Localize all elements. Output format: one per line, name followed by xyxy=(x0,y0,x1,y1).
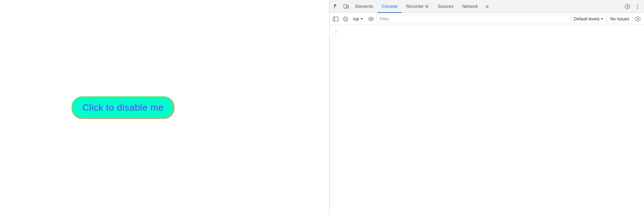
device-toggle-button[interactable] xyxy=(341,1,351,11)
disable-button[interactable]: Click to disable me xyxy=(72,96,175,119)
tab-console[interactable]: Console xyxy=(377,0,402,13)
chevron-down-icon xyxy=(360,17,364,21)
svg-point-7 xyxy=(637,8,638,8)
svg-point-6 xyxy=(637,6,638,6)
tab-recorder[interactable]: Recorder xyxy=(402,0,433,13)
devtools-settings-button[interactable] xyxy=(623,1,633,11)
console-settings-button[interactable] xyxy=(633,14,643,24)
more-tabs-button[interactable]: » xyxy=(482,1,492,11)
top-context-selector[interactable]: top xyxy=(351,15,366,23)
console-sidebar-toggle[interactable] xyxy=(331,14,340,24)
devtools-panel: Elements Console Recorder Sources Networ… xyxy=(329,0,644,215)
default-levels-chevron-icon xyxy=(600,17,604,21)
console-content: › xyxy=(330,25,644,215)
svg-line-11 xyxy=(345,18,347,20)
console-bar: top Default levels No Issues xyxy=(330,13,644,25)
devtools-toolbar: Elements Console Recorder Sources Networ… xyxy=(330,0,644,13)
svg-rect-1 xyxy=(347,5,348,8)
console-expand-chevron[interactable]: › xyxy=(332,28,340,35)
no-issues-label: No Issues xyxy=(610,16,629,22)
svg-point-4 xyxy=(426,6,428,7)
top-context-label: top xyxy=(353,16,359,22)
filter-input[interactable] xyxy=(378,15,569,23)
svg-rect-8 xyxy=(333,17,338,21)
svg-point-2 xyxy=(345,8,345,8)
default-levels-button[interactable]: Default levels xyxy=(571,15,606,23)
default-levels-label: Default levels xyxy=(574,16,600,22)
webpage-area: Click to disable me xyxy=(0,0,329,215)
filter-container xyxy=(376,15,571,23)
inspect-icon-button[interactable] xyxy=(331,1,341,11)
svg-point-12 xyxy=(370,18,372,20)
svg-point-5 xyxy=(637,4,638,5)
tab-network[interactable]: Network xyxy=(458,0,482,13)
no-issues-button[interactable]: No Issues xyxy=(607,15,633,23)
clear-console-button[interactable] xyxy=(341,14,350,24)
tab-elements[interactable]: Elements xyxy=(351,0,377,13)
eye-icon-button[interactable] xyxy=(366,14,376,24)
svg-rect-0 xyxy=(344,4,347,8)
devtools-more-menu-button[interactable] xyxy=(633,1,643,11)
tab-sources[interactable]: Sources xyxy=(433,0,458,13)
